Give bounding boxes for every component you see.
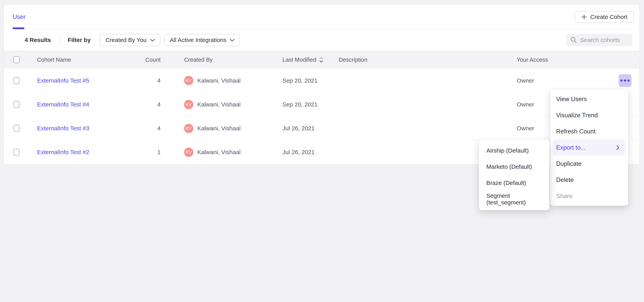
- last-modified-value: Jul 26, 2021: [282, 125, 339, 132]
- cohort-count: 4: [157, 77, 160, 84]
- submenu-arrow-icon: [616, 145, 620, 150]
- cohort-name-link[interactable]: ExternalInfo Test #5: [37, 77, 89, 84]
- select-all-checkbox[interactable]: [14, 56, 20, 63]
- context-menu-item-label: Visualize Trend: [556, 112, 598, 119]
- integrations-dropdown-label: All Active Integrations: [170, 37, 226, 43]
- export-submenu-item[interactable]: Airship (Default): [479, 142, 550, 159]
- search-box: [566, 34, 632, 46]
- context-menu-item-label: View Users: [556, 96, 587, 103]
- created-by-name: Kalwani, Vishaal: [197, 125, 240, 132]
- export-submenu-item-label: Braze (Default): [486, 180, 526, 186]
- context-menu-item[interactable]: Visualize Trend: [550, 107, 628, 124]
- created-by-cell: KV Kalwani, Vishaal: [184, 76, 282, 85]
- last-modified-value: Sep 20, 2021: [282, 101, 339, 108]
- column-header-cohort-name[interactable]: Cohort Name: [37, 56, 122, 63]
- created-by-cell: KV Kalwani, Vishaal: [184, 124, 282, 133]
- search-icon: [570, 37, 577, 43]
- cohort-count: 1: [157, 149, 160, 156]
- export-submenu-item[interactable]: Braze (Default): [479, 175, 550, 191]
- context-menu-item-label: Delete: [556, 176, 574, 184]
- create-cohort-button[interactable]: Create Cohort: [575, 11, 634, 23]
- created-by-dropdown[interactable]: Created By You: [100, 34, 160, 46]
- table-row: ExternalInfo Test #3 4 KV Kalwani, Visha…: [4, 116, 639, 140]
- context-menu-item[interactable]: Refresh Count: [550, 124, 628, 140]
- chevron-down-icon: [230, 39, 234, 42]
- column-header-your-access[interactable]: Your Access: [517, 56, 611, 63]
- cohort-name-link[interactable]: ExternalInfo Test #4: [37, 101, 89, 108]
- ellipsis-icon: [620, 80, 622, 82]
- tab-user[interactable]: User: [12, 5, 26, 29]
- create-cohort-label: Create Cohort: [590, 14, 628, 20]
- table-header: Cohort Name Count Created By Last Modifi…: [4, 51, 639, 68]
- cohort-name-link[interactable]: ExternalInfo Test #3: [37, 125, 89, 132]
- row-checkbox[interactable]: [14, 149, 20, 156]
- cohort-count: 4: [157, 125, 160, 132]
- created-by-name: Kalwani, Vishaal: [197, 101, 240, 108]
- cohorts-page: User Create Cohort 4 Results Filter by C…: [0, 0, 644, 302]
- results-count: 4 Results: [25, 37, 51, 43]
- context-menu-item-label: Share: [556, 192, 572, 200]
- export-submenu-item-label: Segment (test_segment): [486, 192, 544, 206]
- created-by-name: Kalwani, Vishaal: [197, 77, 240, 84]
- sort-icon: [319, 56, 324, 63]
- column-header-count[interactable]: Count: [146, 56, 160, 63]
- column-header-description[interactable]: Description: [339, 56, 517, 63]
- export-submenu-item[interactable]: Segment (test_segment): [479, 191, 550, 207]
- context-menu-item[interactable]: Delete: [550, 172, 628, 188]
- last-modified-value: Jul 26, 2021: [282, 149, 339, 156]
- active-tab-underline: [12, 28, 24, 29]
- context-menu-item-label: Refresh Count: [556, 128, 596, 135]
- context-menu-item-label: Duplicate: [556, 160, 582, 167]
- export-submenu-item-label: Marketo (Default): [486, 164, 532, 170]
- context-menu-item-label: Export to...: [556, 144, 586, 151]
- cohort-name-link[interactable]: ExternalInfo Test #2: [37, 149, 89, 155]
- context-menu-item[interactable]: Duplicate: [550, 156, 628, 172]
- search-input[interactable]: [580, 37, 629, 43]
- access-value: Owner: [517, 77, 611, 84]
- divider: [59, 35, 60, 45]
- avatar: KV: [184, 76, 193, 85]
- created-by-cell: KV Kalwani, Vishaal: [184, 148, 282, 157]
- filter-bar: 4 Results Filter by Created By You All A…: [4, 29, 639, 51]
- export-submenu-item[interactable]: Marketo (Default): [479, 159, 550, 175]
- last-modified-label: Last Modified: [282, 56, 316, 63]
- column-header-last-modified[interactable]: Last Modified: [282, 56, 339, 63]
- context-menu-item[interactable]: Export to...: [553, 140, 626, 156]
- created-by-cell: KV Kalwani, Vishaal: [184, 100, 282, 109]
- chevron-down-icon: [150, 39, 155, 42]
- cohort-count: 4: [157, 101, 160, 108]
- export-submenu: Airship (Default) Marketo (Default) Braz…: [479, 140, 550, 210]
- integrations-dropdown[interactable]: All Active Integrations: [164, 34, 240, 46]
- context-menu-item[interactable]: View Users: [550, 91, 628, 107]
- last-modified-value: Sep 20, 2021: [282, 77, 339, 84]
- row-actions-button[interactable]: [618, 74, 632, 87]
- filter-by-label: Filter by: [68, 37, 91, 43]
- tab-bar: User Create Cohort: [4, 5, 639, 29]
- row-checkbox[interactable]: [14, 101, 20, 108]
- column-header-created-by[interactable]: Created By: [184, 56, 282, 63]
- created-by-dropdown-label: Created By You: [106, 37, 146, 43]
- table-row: ExternalInfo Test #5 4 KV Kalwani, Visha…: [4, 68, 639, 92]
- row-context-menu: View Users Visualize Trend Refresh Count…: [550, 90, 628, 206]
- row-checkbox[interactable]: [14, 77, 20, 84]
- table-row: ExternalInfo Test #4 4 KV Kalwani, Visha…: [4, 92, 639, 116]
- avatar: KV: [184, 148, 193, 157]
- tab-user-label: User: [12, 14, 26, 20]
- row-checkbox[interactable]: [14, 125, 20, 132]
- avatar: KV: [184, 124, 193, 133]
- avatar: KV: [184, 100, 193, 109]
- created-by-name: Kalwani, Vishaal: [197, 149, 240, 156]
- plus-icon: [581, 14, 587, 20]
- export-submenu-item-label: Airship (Default): [486, 147, 529, 154]
- context-menu-item[interactable]: Share: [550, 188, 628, 204]
